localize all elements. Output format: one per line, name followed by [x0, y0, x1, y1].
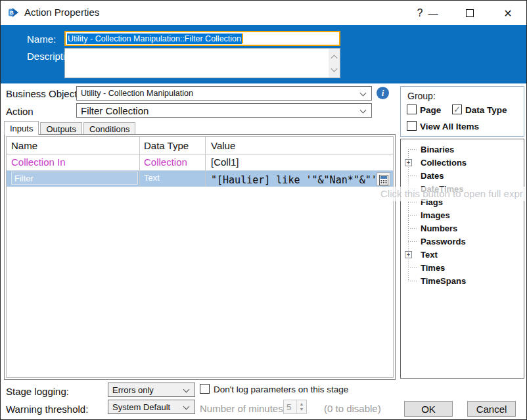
maximize-button[interactable] — [461, 5, 479, 22]
help-button[interactable]: ? — [413, 5, 426, 22]
fading-tooltip: Click this button to open full expr — [376, 187, 527, 201]
chevron-down-icon — [183, 386, 190, 393]
data-type-checkbox-label: Data Type — [465, 105, 507, 115]
group-panel: Group: Page ✓ Data Type View All Items — [400, 86, 524, 137]
tree-item-binaries[interactable]: Binaries — [401, 143, 524, 156]
chevron-up-icon — [331, 55, 338, 61]
param-value-expression[interactable]: "[Haulier] like '"&"Nan*"&"'" — [206, 171, 393, 187]
param-data-type: Collection — [140, 154, 206, 170]
business-object-dropdown[interactable]: Utility - Collection Manipulation — [76, 86, 372, 101]
warning-threshold-dropdown[interactable]: System Default — [108, 400, 195, 414]
tree-item-collections[interactable]: +Collections — [401, 156, 524, 169]
tree-item-timespans[interactable]: TimeSpans — [401, 274, 524, 287]
stage-logging-value: Errors only — [112, 385, 154, 395]
chevron-down-icon — [360, 107, 367, 114]
tree-item-passwords[interactable]: Passwords — [401, 235, 524, 248]
info-icon[interactable]: i — [377, 87, 389, 99]
disable-hint-label: (0 to disable) — [324, 403, 381, 414]
business-object-value: Utility - Collection Manipulation — [81, 89, 193, 98]
expand-icon[interactable]: + — [405, 251, 412, 258]
check-icon: ✓ — [453, 105, 461, 114]
view-all-items-checkbox[interactable] — [407, 121, 417, 131]
tab-conditions[interactable]: Conditions — [83, 122, 135, 135]
maximize-icon — [466, 9, 474, 17]
action-value: Filter Collection — [81, 105, 149, 116]
chevron-down-icon — [331, 65, 338, 72]
stage-logging-label: Stage logging: — [6, 386, 69, 397]
minimize-button[interactable]: — — [426, 5, 440, 22]
svg-text:B: B — [10, 10, 14, 16]
page-checkbox-label: Page — [420, 105, 441, 115]
name-input[interactable]: Utility - Collection Manipulation::Filte… — [64, 31, 340, 46]
description-scrollbar[interactable] — [329, 49, 340, 78]
expand-icon[interactable]: + — [405, 159, 412, 166]
tab-inputs[interactable]: Inputs — [4, 121, 39, 135]
app-icon: B — [8, 7, 20, 18]
table-row-selected[interactable]: Filter Text "[Haulier] like '"&"Nan*"&"'… — [7, 170, 393, 187]
action-label: Action — [6, 106, 34, 117]
data-type-tree: Binaries +Collections Dates DateTimes Fl… — [400, 139, 524, 379]
spinner-down-icon: ▼ — [300, 407, 304, 412]
tree-item-dates[interactable]: Dates — [401, 169, 524, 182]
param-name-edit-box[interactable]: Filter — [11, 172, 138, 185]
spinner-arrows[interactable]: ▲▼ — [296, 400, 306, 413]
inputs-table-panel: Name Data Type Value Collection In Colle… — [4, 134, 396, 380]
chevron-down-icon — [360, 90, 367, 97]
description-input[interactable] — [64, 48, 340, 78]
minutes-value: 5 — [286, 402, 292, 412]
page-checkbox[interactable] — [407, 105, 417, 114]
group-title: Group: — [407, 91, 436, 101]
action-properties-dialog: B Action Properties ? — ✕ Name: Utility … — [0, 0, 527, 420]
spinner-up-icon: ▲ — [300, 402, 304, 407]
chevron-down-icon — [183, 404, 190, 410]
name-input-selected-text: Utility - Collection Manipulation::Filte… — [67, 34, 242, 44]
minutes-spinner[interactable]: 5 ▲▼ — [283, 400, 307, 414]
table-header-row: Name Data Type Value — [7, 137, 393, 154]
number-of-minutes-label: Number of minutes — [200, 403, 283, 414]
view-all-items-checkbox-label: View All Items — [420, 122, 479, 131]
dont-log-checkbox-label: Don't log parameters on this stage — [214, 385, 348, 394]
tab-outputs[interactable]: Outputs — [40, 122, 82, 135]
tree-item-numbers[interactable]: Numbers — [401, 222, 524, 235]
table-row[interactable]: Collection In Collection [Coll1] — [7, 154, 393, 170]
tab-strip: Inputs Outputs Conditions — [4, 121, 137, 135]
column-header-value[interactable]: Value — [206, 137, 393, 154]
text-caret — [242, 34, 243, 43]
warning-threshold-label: Warning threshold: — [6, 404, 88, 415]
dont-log-checkbox[interactable] — [200, 384, 210, 394]
param-name-cell[interactable]: Filter — [7, 171, 140, 187]
param-value[interactable]: [Coll1] — [206, 154, 393, 170]
scroll-up-button[interactable] — [329, 49, 340, 63]
column-header-data-type[interactable]: Data Type — [140, 137, 206, 154]
scroll-down-button[interactable] — [329, 63, 340, 78]
stage-logging-dropdown[interactable]: Errors only — [108, 383, 195, 397]
param-data-type: Text — [140, 171, 206, 187]
tree-item-text[interactable]: +Text — [401, 248, 524, 261]
tree-item-images[interactable]: Images — [401, 208, 524, 222]
business-object-label: Business Object — [6, 88, 77, 99]
cancel-button[interactable]: Cancel — [467, 401, 516, 417]
titlebar: B Action Properties ? — ✕ — [1, 1, 526, 25]
column-header-name[interactable]: Name — [7, 137, 140, 154]
action-dropdown[interactable]: Filter Collection — [76, 103, 372, 118]
warning-threshold-value: System Default — [112, 402, 170, 412]
header-section: Name: Utility - Collection Manipulation:… — [1, 25, 526, 83]
name-label: Name: — [27, 34, 56, 45]
inputs-table: Name Data Type Value Collection In Colle… — [6, 136, 394, 378]
param-name[interactable]: Collection In — [7, 154, 140, 170]
description-text — [67, 50, 327, 76]
data-type-checkbox[interactable]: ✓ — [452, 105, 462, 114]
ok-button[interactable]: OK — [404, 401, 453, 417]
tree-item-times[interactable]: Times — [401, 261, 524, 274]
expression-editor-button[interactable] — [377, 172, 390, 186]
close-button[interactable]: ✕ — [498, 5, 518, 22]
window-title: Action Properties — [24, 7, 99, 18]
calculator-icon — [379, 175, 388, 185]
